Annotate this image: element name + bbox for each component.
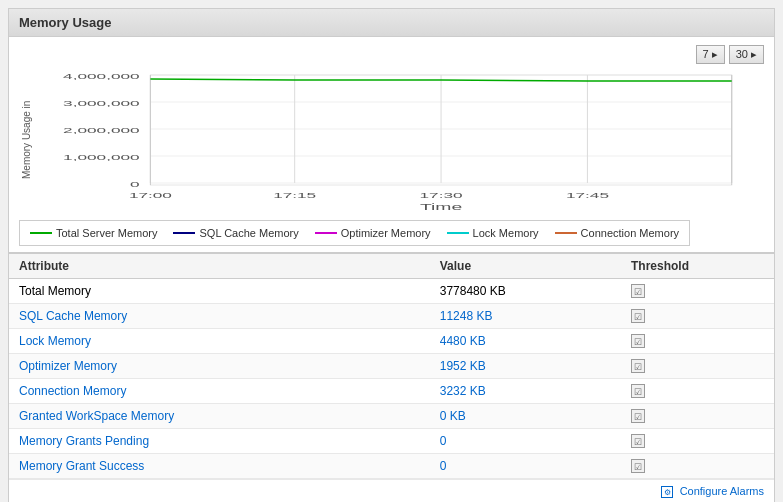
configure-icon: ⚙ [661,486,673,498]
table-cell-threshold[interactable]: ☑ [621,279,774,304]
legend-item-optimizer: Optimizer Memory [315,227,431,239]
legend-label-total-server: Total Server Memory [56,227,157,239]
table-row: Total Memory3778480 KB☑ [9,279,774,304]
legend-line-total-server [30,232,52,234]
threshold-icon[interactable]: ☑ [631,384,645,398]
table-header-row: Attribute Value Threshold [9,253,774,279]
table-cell-threshold[interactable]: ☑ [621,429,774,454]
table-row: Memory Grant Success0☑ [9,454,774,479]
svg-text:1,000,000: 1,000,000 [63,153,140,162]
svg-text:17:15: 17:15 [273,191,316,200]
table-cell-attribute[interactable]: Connection Memory [9,379,430,404]
table-cell-attribute[interactable]: Memory Grant Success [9,454,430,479]
threshold-icon[interactable]: ☑ [631,309,645,323]
chart-container: Memory Usage in [19,70,764,210]
table-cell-threshold[interactable]: ☑ [621,379,774,404]
attribute-link[interactable]: Lock Memory [19,334,91,348]
table-cell-threshold[interactable]: ☑ [621,354,774,379]
table-row: Optimizer Memory1952 KB☑ [9,354,774,379]
table-cell-value: 0 [430,429,621,454]
y-axis-label: Memory Usage in [19,70,32,210]
threshold-icon[interactable]: ☑ [631,459,645,473]
svg-text:2,000,000: 2,000,000 [63,126,140,135]
table-cell-value: 4480 KB [430,329,621,354]
legend-label-sql-cache: SQL Cache Memory [199,227,298,239]
footer: ⚙ Configure Alarms [9,479,774,502]
table-cell-threshold[interactable]: ☑ [621,329,774,354]
legend-item-total-server: Total Server Memory [30,227,157,239]
panel-title: Memory Usage [9,9,774,37]
table-cell-value: 0 [430,454,621,479]
time-controls: 7 ▸ 30 ▸ [19,45,764,64]
attribute-link[interactable]: Memory Grants Pending [19,434,149,448]
legend-line-lock [447,232,469,234]
chart-area: 7 ▸ 30 ▸ Memory Usage in [9,37,774,214]
col-header-threshold: Threshold [621,253,774,279]
table-cell-value: 3232 KB [430,379,621,404]
data-table: Attribute Value Threshold Total Memory37… [9,252,774,479]
memory-usage-panel: Memory Usage 7 ▸ 30 ▸ Memory Usage in [8,8,775,502]
table-row: Connection Memory3232 KB☑ [9,379,774,404]
legend-item-sql-cache: SQL Cache Memory [173,227,298,239]
legend-line-sql-cache [173,232,195,234]
threshold-icon[interactable]: ☑ [631,284,645,298]
threshold-icon[interactable]: ☑ [631,359,645,373]
legend-line-optimizer [315,232,337,234]
chart-inner: 4,000,000 3,000,000 2,000,000 1,000,000 … [32,70,764,210]
attribute-link[interactable]: Optimizer Memory [19,359,117,373]
attribute-link[interactable]: Granted WorkSpace Memory [19,409,174,423]
table-cell-value: 1952 KB [430,354,621,379]
table-cell-attribute[interactable]: Memory Grants Pending [9,429,430,454]
table-cell-attribute[interactable]: Lock Memory [9,329,430,354]
attribute-link[interactable]: SQL Cache Memory [19,309,127,323]
table-row: Granted WorkSpace Memory0 KB☑ [9,404,774,429]
attribute-link[interactable]: Memory Grant Success [19,459,144,473]
svg-text:4,000,000: 4,000,000 [63,72,140,81]
table-cell-attribute[interactable]: Granted WorkSpace Memory [9,404,430,429]
legend-label-lock: Lock Memory [473,227,539,239]
svg-text:Time: Time [420,202,462,210]
table-cell-attribute[interactable]: SQL Cache Memory [9,304,430,329]
table-cell-value: 3778480 KB [430,279,621,304]
table-cell-threshold[interactable]: ☑ [621,404,774,429]
legend-label-optimizer: Optimizer Memory [341,227,431,239]
svg-text:0: 0 [130,180,140,189]
30-day-button[interactable]: 30 ▸ [729,45,764,64]
legend-line-connection [555,232,577,234]
7-day-button[interactable]: 7 ▸ [696,45,725,64]
svg-text:17:30: 17:30 [420,191,463,200]
col-header-attribute: Attribute [9,253,430,279]
threshold-icon[interactable]: ☑ [631,409,645,423]
table-row: Memory Grants Pending0☑ [9,429,774,454]
legend: Total Server Memory SQL Cache Memory Opt… [19,220,690,246]
table-row: Lock Memory4480 KB☑ [9,329,774,354]
table-cell-threshold[interactable]: ☑ [621,304,774,329]
table-cell-threshold[interactable]: ☑ [621,454,774,479]
svg-text:17:45: 17:45 [566,191,609,200]
table-cell-attribute[interactable]: Optimizer Memory [9,354,430,379]
legend-item-connection: Connection Memory [555,227,679,239]
legend-row: Total Server Memory SQL Cache Memory Opt… [30,227,679,239]
attribute-link[interactable]: Connection Memory [19,384,126,398]
threshold-icon[interactable]: ☑ [631,334,645,348]
configure-alarms-link[interactable]: Configure Alarms [680,485,764,497]
table-cell-value: 11248 KB [430,304,621,329]
legend-label-connection: Connection Memory [581,227,679,239]
col-header-value: Value [430,253,621,279]
svg-text:17:00: 17:00 [129,191,172,200]
chart-svg: 4,000,000 3,000,000 2,000,000 1,000,000 … [32,70,764,210]
legend-item-lock: Lock Memory [447,227,539,239]
table-row: SQL Cache Memory11248 KB☑ [9,304,774,329]
table-cell-attribute: Total Memory [9,279,430,304]
threshold-icon[interactable]: ☑ [631,434,645,448]
table-cell-value: 0 KB [430,404,621,429]
svg-text:3,000,000: 3,000,000 [63,99,140,108]
